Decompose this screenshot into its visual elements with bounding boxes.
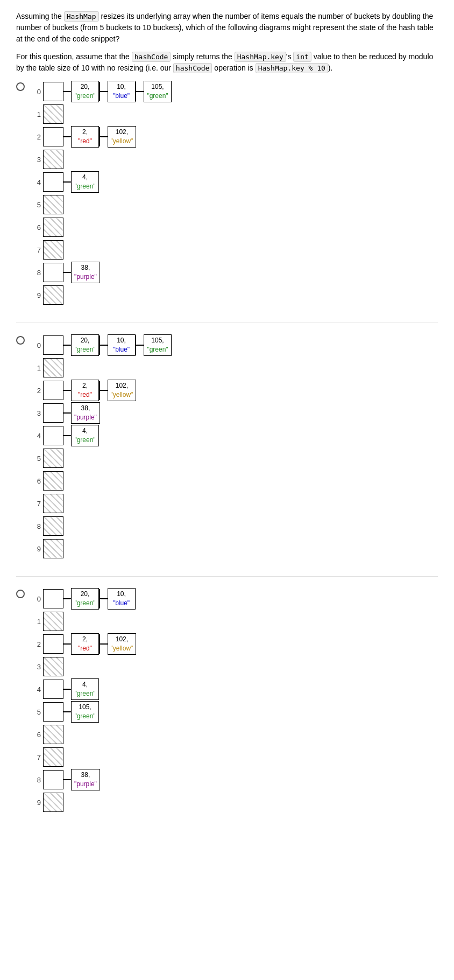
formula-code: HashMap.key % 10 — [256, 63, 328, 73]
arrow-line — [63, 272, 71, 273]
arrow-line — [63, 136, 71, 137]
chain-8: 38,"purple" — [63, 262, 100, 283]
bucket-cell-0 — [43, 82, 63, 101]
bucket-row-9: 9 — [30, 284, 172, 306]
arrow-line — [100, 598, 108, 599]
bucket-index-label-5: 5 — [30, 201, 41, 209]
bucket-row-0: 020,"green"10,"blue" — [30, 587, 136, 610]
chain-2: 2,"red"102,"yellow" — [63, 633, 136, 655]
arrow-line — [100, 390, 108, 391]
bucket-index-label-6: 6 — [30, 731, 41, 739]
bucket-index-label-7: 7 — [30, 753, 41, 761]
bucket-row-1: 1 — [30, 103, 172, 125]
node-key: 102, — [111, 635, 133, 644]
node-val: "red" — [74, 644, 96, 653]
chain-0: 20,"green"10,"blue" — [63, 588, 136, 610]
bucket-index-label-9: 9 — [30, 291, 41, 299]
bucket-index-label-5: 5 — [30, 708, 41, 716]
node-val: "yellow" — [111, 137, 133, 146]
radio-1[interactable] — [16, 336, 25, 345]
bucket-row-9: 9 — [30, 537, 172, 560]
chain-4: 4,"green" — [63, 425, 99, 446]
node-key: 10, — [111, 336, 132, 345]
chain-2: 2,"red"102,"yellow" — [63, 380, 136, 401]
node-box: 2,"red" — [71, 633, 99, 655]
question-para2: For this question, assume that the hashC… — [16, 51, 438, 74]
bucket-row-2: 22,"red"102,"yellow" — [30, 125, 172, 148]
bucket-cell-9 — [43, 793, 63, 812]
bucket-index-label-6: 6 — [30, 477, 41, 485]
node-val: "green" — [74, 182, 96, 191]
node-key: 105, — [74, 703, 96, 712]
bucket-cell-7 — [43, 494, 63, 513]
arrow-line — [63, 779, 71, 780]
bucket-row-3: 3 — [30, 655, 136, 678]
node-val: "blue" — [111, 345, 132, 354]
bucket-row-2: 22,"red"102,"yellow" — [30, 379, 172, 402]
bucket-index-label-4: 4 — [30, 685, 41, 694]
bucket-index-label-3: 3 — [30, 156, 41, 164]
node-val: "green" — [74, 712, 96, 721]
section-divider-0 — [16, 323, 438, 323]
bucket-index-label-7: 7 — [30, 246, 41, 254]
node-key: 4, — [74, 680, 96, 689]
bucket-cell-9 — [43, 539, 63, 558]
bucket-index-label-9: 9 — [30, 545, 41, 553]
hashcode-code2: hashCode — [173, 63, 212, 73]
node-box: 38,"purple" — [71, 769, 100, 790]
int-code: int — [293, 52, 311, 62]
bucket-cell-2 — [43, 634, 63, 654]
bucket-index-label-4: 4 — [30, 178, 41, 186]
node-val: "green" — [74, 345, 96, 354]
node-val: "red" — [74, 137, 96, 146]
bucket-row-2: 22,"red"102,"yellow" — [30, 633, 136, 655]
hashmap-code: HashMap — [64, 11, 99, 22]
bucket-row-4: 44,"green" — [30, 171, 172, 193]
radio-0[interactable] — [16, 82, 25, 91]
bucket-cell-4 — [43, 680, 63, 699]
arrow-line — [136, 345, 144, 346]
node-key: 10, — [111, 590, 132, 599]
node-val: "blue" — [111, 92, 132, 101]
chain-4: 4,"green" — [63, 678, 99, 700]
node-box: 2,"red" — [71, 126, 99, 148]
bucket-cell-8 — [43, 770, 63, 789]
node-key: 105, — [147, 336, 168, 345]
chain-5: 105,"green" — [63, 701, 99, 723]
arrow-line — [63, 345, 71, 346]
bucket-index-label-3: 3 — [30, 663, 41, 671]
bucket-cell-8 — [43, 516, 63, 536]
bucket-row-5: 5 — [30, 193, 172, 216]
arrow-line — [136, 91, 144, 92]
node-val: "green" — [147, 92, 168, 101]
bucket-index-label-2: 2 — [30, 387, 41, 395]
bucket-cell-6 — [43, 218, 63, 237]
diagram-1: 020,"green"10,"blue"105,"green"122,"red"… — [30, 334, 172, 560]
bucket-row-8: 8 — [30, 515, 172, 537]
bucket-cell-1 — [43, 104, 63, 124]
bucket-cell-5 — [43, 195, 63, 214]
bucket-column-2: 020,"green"10,"blue"122,"red"102,"yellow… — [30, 587, 136, 814]
node-box: 4,"green" — [71, 171, 99, 193]
bucket-row-5: 5 — [30, 447, 172, 470]
bucket-cell-2 — [43, 381, 63, 400]
arrow-line — [63, 689, 71, 690]
node-val: "green" — [74, 436, 96, 445]
bucket-index-label-5: 5 — [30, 454, 41, 463]
bucket-row-3: 338,"purple" — [30, 402, 172, 424]
bucket-index-label-0: 0 — [30, 595, 41, 603]
bucket-index-label-4: 4 — [30, 432, 41, 440]
chain-0: 20,"green"10,"blue"105,"green" — [63, 334, 172, 356]
bucket-cell-7 — [43, 747, 63, 767]
bucket-column-0: 020,"green"10,"blue"105,"green"122,"red"… — [30, 80, 172, 306]
arrow-line — [100, 345, 108, 346]
bucket-row-6: 6 — [30, 723, 136, 746]
radio-2[interactable] — [16, 590, 25, 598]
node-box: 4,"green" — [71, 425, 99, 446]
bucket-cell-3 — [43, 150, 63, 169]
bucket-row-8: 838,"purple" — [30, 261, 172, 284]
bucket-cell-2 — [43, 127, 63, 146]
node-key: 10, — [111, 82, 132, 92]
bucket-row-7: 7 — [30, 492, 172, 515]
bucket-row-4: 44,"green" — [30, 424, 172, 447]
